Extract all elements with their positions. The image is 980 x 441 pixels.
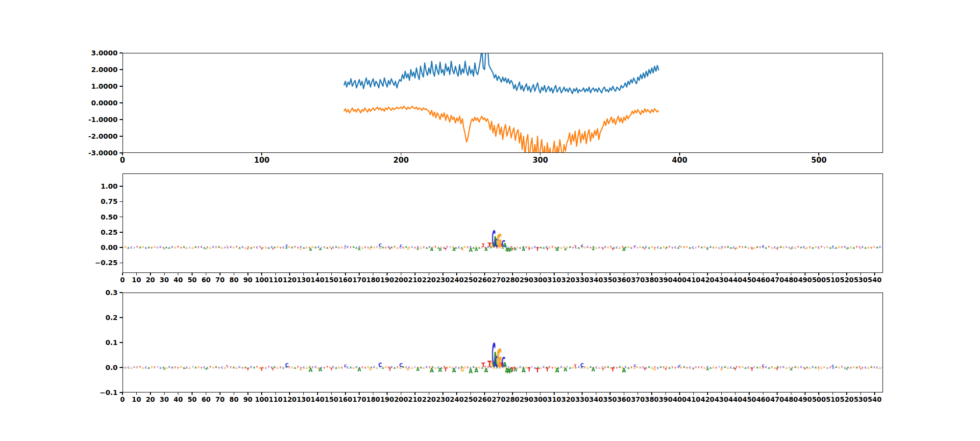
x-tick-label: 0 — [120, 396, 124, 403]
y-tick-mark — [120, 186, 122, 187]
x-tick-mark — [526, 273, 527, 275]
x-tick-label: 120 — [283, 277, 296, 284]
x-tick-label: 480 — [784, 277, 798, 284]
x-tick-label: 280 — [506, 396, 519, 403]
x-tick-label: 50 — [188, 277, 197, 284]
x-tick-mark — [303, 392, 304, 395]
x-tick-label: 90 — [243, 277, 252, 284]
x-tick-mark — [498, 273, 499, 275]
x-tick-mark — [637, 273, 638, 275]
x-tick-label: 530 — [854, 277, 867, 284]
x-tick-mark — [818, 392, 819, 395]
x-tick-mark — [651, 273, 652, 275]
x-tick-label: 510 — [826, 277, 840, 284]
y-tick-label: 0.75 — [100, 198, 118, 205]
x-tick-mark — [484, 273, 485, 275]
x-tick-mark — [220, 273, 220, 275]
x-tick-mark — [206, 273, 207, 275]
x-tick-mark — [791, 392, 792, 395]
x-tick-label: 330 — [575, 277, 589, 284]
y-tick-label: 0.3 — [105, 289, 118, 296]
x-tick-mark — [651, 392, 652, 395]
x-tick-label: 530 — [854, 396, 867, 403]
x-tick-label: 170 — [352, 277, 366, 284]
y-tick-mark — [120, 69, 122, 70]
x-tick-mark — [874, 392, 875, 395]
x-tick-label: 430 — [714, 396, 728, 403]
x-tick-mark — [596, 392, 597, 395]
x-tick-mark — [373, 392, 374, 395]
x-tick-label: 420 — [701, 396, 714, 403]
x-tick-label: 180 — [367, 396, 380, 403]
x-tick-label: 190 — [380, 277, 394, 284]
x-tick-mark — [540, 273, 541, 275]
x-tick-mark — [442, 392, 443, 395]
x-tick-label: 440 — [729, 277, 742, 284]
y-tick-mark — [120, 102, 122, 103]
x-tick-label: 540 — [868, 396, 882, 403]
x-tick-label: 400 — [673, 277, 686, 284]
x-tick-label: 150 — [324, 396, 338, 403]
x-tick-label: 30 — [160, 277, 169, 284]
x-tick-mark — [791, 273, 792, 275]
x-tick-label: 290 — [519, 277, 533, 284]
y-tick-mark — [120, 201, 122, 202]
x-tick-mark — [429, 392, 430, 395]
x-tick-mark — [275, 392, 276, 395]
y-tick-label: 0.1 — [105, 339, 118, 346]
x-tick-label: 450 — [742, 396, 756, 403]
x-tick-label: 220 — [422, 277, 436, 284]
x-tick-mark — [429, 273, 430, 275]
x-tick-mark — [624, 392, 625, 395]
x-tick-label: 500 — [812, 396, 826, 403]
x-tick-mark — [317, 392, 318, 395]
x-tick-mark — [331, 392, 332, 395]
y-tick-mark — [120, 52, 122, 53]
x-tick-label: 380 — [645, 396, 659, 403]
x-tick-label: 100 — [254, 157, 270, 164]
x-tick-mark — [526, 392, 527, 395]
x-tick-mark — [554, 273, 555, 275]
x-tick-label: 410 — [686, 396, 700, 403]
x-tick-mark — [624, 273, 625, 275]
x-tick-label: 140 — [311, 396, 324, 403]
x-tick-label: 140 — [311, 277, 324, 284]
x-tick-label: 400 — [673, 396, 686, 403]
x-tick-mark — [568, 392, 569, 395]
x-tick-mark — [833, 273, 833, 275]
x-tick-mark — [805, 273, 806, 275]
y-tick-label: 0.25 — [100, 229, 118, 236]
x-tick-mark — [415, 273, 416, 275]
x-tick-label: 230 — [436, 277, 450, 284]
profile-axes: 01002003004005003.00002.00001.00000.0000… — [122, 53, 883, 153]
x-tick-label: 340 — [589, 277, 603, 284]
figure-canvas: 01002003004005003.00002.00001.00000.0000… — [0, 0, 980, 441]
x-tick-label: 510 — [826, 396, 840, 403]
x-tick-mark — [693, 392, 694, 395]
x-tick-label: 100 — [255, 277, 269, 284]
x-tick-label: 200 — [394, 396, 408, 403]
x-tick-mark — [122, 273, 123, 275]
x-tick-label: 360 — [617, 277, 631, 284]
x-tick-label: 350 — [603, 277, 617, 284]
y-tick-mark — [120, 247, 122, 248]
x-tick-label: 20 — [146, 396, 155, 403]
x-tick-mark — [373, 273, 374, 275]
y-tick-mark — [120, 119, 122, 120]
x-tick-label: 160 — [339, 277, 352, 284]
x-tick-label: 110 — [269, 396, 283, 403]
y-tick-mark — [120, 367, 122, 368]
x-tick-label: 180 — [367, 277, 380, 284]
axes-frame — [122, 173, 883, 273]
x-tick-mark — [735, 273, 736, 275]
x-tick-mark — [860, 273, 861, 275]
x-tick-mark — [387, 273, 388, 275]
x-tick-mark — [359, 273, 360, 275]
x-tick-mark — [401, 392, 402, 395]
x-tick-mark — [568, 273, 569, 275]
x-tick-label: 490 — [798, 396, 812, 403]
x-tick-label: 380 — [645, 277, 659, 284]
x-tick-label: 300 — [534, 396, 547, 403]
x-tick-label: 310 — [547, 396, 561, 403]
y-tick-label: −0.1 — [99, 389, 118, 396]
